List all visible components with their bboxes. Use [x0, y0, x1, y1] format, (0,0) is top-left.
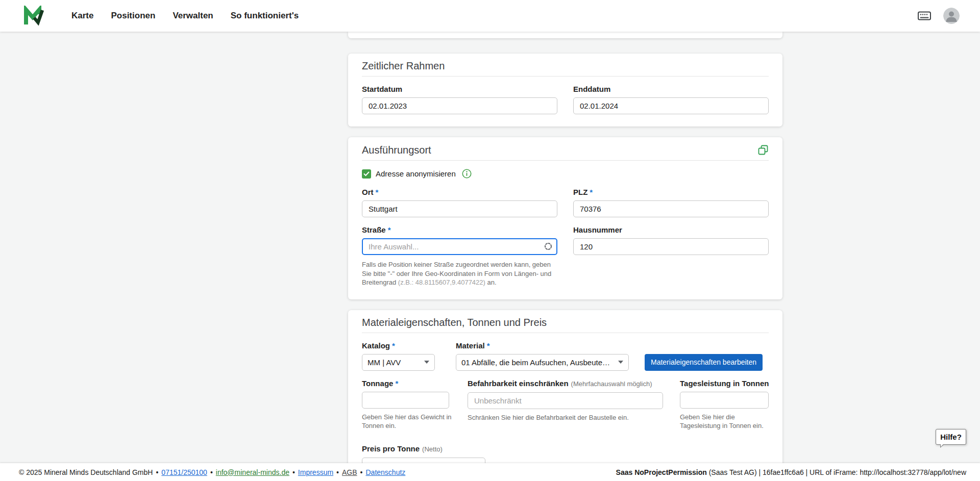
material-label: Material*: [456, 341, 629, 350]
required-marker: *: [392, 341, 395, 350]
adresse-anonymisieren-label: Adresse anonymisieren: [376, 169, 456, 178]
tonnage-helper: Geben Sie hier das Gewicht in Tonnen ein…: [362, 413, 459, 430]
footer: © 2025 Mineral Minds Deutschland GmbH • …: [0, 463, 980, 481]
tonnage-field: Tonnage* Geben Sie hier das Gewicht in T…: [362, 379, 449, 430]
nav-item-positionen[interactable]: Positionen: [111, 11, 155, 21]
plz-input[interactable]: [573, 200, 769, 217]
footer-copyright: © 2025 Mineral Minds Deutschland GmbH: [19, 468, 153, 476]
startdatum-label: Startdatum: [362, 85, 557, 94]
form-column: Zeitlicher Rahmen Startdatum Enddatum: [348, 32, 782, 463]
ort-input[interactable]: [362, 200, 557, 217]
copy-icon[interactable]: [757, 144, 769, 156]
zeitlicher-rahmen-card: Zeitlicher Rahmen Startdatum Enddatum: [348, 54, 782, 126]
katalog-field: Katalog* MM | AVV: [362, 341, 435, 371]
tonnage-input[interactable]: [362, 392, 449, 409]
tagesleistung-helper: Geben Sie hier die Tagesleistung in Tonn…: [680, 413, 777, 430]
footer-separator: •: [210, 468, 213, 476]
card-title-materialeigenschaften: Materialeigenschaften, Tonnen und Preis: [362, 317, 547, 328]
check-icon: [363, 171, 370, 176]
nav-right-actions: [918, 8, 960, 24]
plz-field: PLZ*: [573, 188, 769, 217]
chevron-down-icon: [424, 361, 429, 364]
footer-right: Saas NoProjectPermission (Saas Test AG) …: [616, 468, 966, 476]
adresse-anonymisieren-checkbox[interactable]: [362, 169, 371, 179]
footer-separator: •: [360, 468, 363, 476]
preis-label: Preis pro Tonne(Netto): [362, 444, 769, 454]
startdatum-input[interactable]: [362, 97, 557, 114]
plz-label: PLZ*: [573, 188, 769, 197]
adresse-anonymisieren-row: Adresse anonymisieren: [362, 169, 769, 179]
footer-separator: •: [336, 468, 339, 476]
enddatum-input[interactable]: [573, 97, 769, 114]
footer-separator: •: [156, 468, 158, 476]
card-title-zeitlicher-rahmen: Zeitlicher Rahmen: [362, 61, 445, 71]
katalog-select-value: MM | AVV: [368, 358, 420, 367]
befahrbarkeit-field: Befahrbarkeit einschränken(Mehrfachauswa…: [468, 379, 663, 422]
preis-label-note: (Netto): [422, 445, 443, 453]
hausnummer-field: Hausnummer: [573, 225, 769, 255]
materialeigenschaften-bearbeiten-button[interactable]: Materialeigenschaften bearbeiten: [645, 354, 763, 371]
user-avatar[interactable]: [943, 8, 960, 24]
required-marker: *: [487, 341, 490, 350]
ort-field: Ort*: [362, 188, 557, 217]
footer-datenschutz-link[interactable]: Datenschutz: [365, 468, 405, 476]
hilfe-button[interactable]: Hilfe?: [936, 429, 966, 445]
keyboard-icon[interactable]: [918, 11, 931, 21]
katalog-select[interactable]: MM | AVV: [362, 354, 435, 371]
nav-item-so-funktionierts[interactable]: So funktioniert's: [231, 11, 299, 21]
tagesleistung-field: Tagesleistung in Tonnen Geben Sie hier d…: [680, 379, 769, 430]
tagesleistung-input[interactable]: [680, 392, 769, 409]
befahrbarkeit-label: Befahrbarkeit einschränken(Mehrfachauswa…: [468, 379, 663, 389]
mineral-minds-logo[interactable]: [23, 6, 44, 26]
footer-email-link[interactable]: info@mineral-minds.de: [216, 468, 289, 476]
required-marker: *: [376, 188, 379, 196]
befahrbarkeit-helper: Schränken Sie hier die Befahrbarkeit der…: [468, 413, 663, 422]
startdatum-field: Startdatum: [362, 85, 557, 114]
strasse-label: Straße*: [362, 225, 557, 235]
preis-pro-tonne-input[interactable]: [362, 458, 485, 464]
nav-item-karte[interactable]: Karte: [71, 11, 93, 21]
footer-separator: •: [292, 468, 295, 476]
strasse-input[interactable]: [362, 238, 557, 255]
main-nav: Karte Positionen Verwalten So funktionie…: [71, 11, 299, 21]
ort-label: Ort*: [362, 188, 557, 197]
strasse-hint: Falls die Position keiner Straße zugeord…: [362, 260, 557, 287]
required-marker: *: [395, 379, 398, 388]
strasse-hint-example: (z.B.: 48.8115607,9.4077422): [398, 279, 485, 286]
page-content: Zeitlicher Rahmen Startdatum Enddatum: [0, 32, 980, 463]
required-marker: *: [388, 225, 391, 234]
footer-agb-link[interactable]: AGB: [342, 468, 357, 476]
card-title-ausfuehrungsort: Ausführungsort: [362, 145, 431, 156]
hilfe-bubble-tail: [940, 444, 944, 448]
katalog-label: Katalog*: [362, 341, 435, 350]
footer-impressum-link[interactable]: Impressum: [298, 468, 333, 476]
footer-app-info: (Saas Test AG) | 16fae1ffc6a6 | URL of i…: [707, 468, 966, 476]
hilfe-button-label: Hilfe?: [940, 433, 962, 441]
befahrbarkeit-input[interactable]: [468, 392, 663, 409]
material-select-value: 01 Abfälle, die beim Aufsuchen, Ausbeute…: [461, 358, 614, 367]
strasse-hint-suffix: an.: [485, 279, 497, 286]
required-marker: *: [590, 188, 593, 196]
tonnage-label: Tonnage*: [362, 379, 449, 388]
chevron-down-icon: [618, 361, 623, 364]
top-navbar: Karte Positionen Verwalten So funktionie…: [0, 0, 980, 32]
enddatum-field: Enddatum: [573, 85, 769, 114]
strasse-field: Straße* Falls die Position keiner Straße…: [362, 225, 557, 287]
ausfuehrungsort-card: Ausführungsort Adresse anonymisieren: [348, 137, 782, 299]
tagesleistung-label: Tagesleistung in Tonnen: [680, 379, 769, 388]
footer-left: © 2025 Mineral Minds Deutschland GmbH • …: [19, 468, 405, 476]
footer-app-name: Saas NoProjectPermission: [616, 468, 707, 476]
preis-field: Preis pro Tonne(Netto): [362, 444, 769, 464]
enddatum-label: Enddatum: [573, 85, 769, 94]
nav-item-verwalten[interactable]: Verwalten: [173, 11, 213, 21]
footer-phone-link[interactable]: 07151/250100: [161, 468, 207, 476]
hausnummer-label: Hausnummer: [573, 225, 769, 235]
previous-card-partial: [348, 32, 782, 38]
hausnummer-input[interactable]: [573, 238, 769, 255]
materialeigenschaften-card: Materialeigenschaften, Tonnen und Preis …: [348, 310, 782, 464]
info-icon[interactable]: [462, 169, 472, 179]
befahrbarkeit-label-note: (Mehrfachauswahl möglich): [571, 380, 652, 388]
material-field: Material* 01 Abfälle, die beim Aufsuchen…: [456, 341, 629, 371]
loading-spinner-icon: [544, 242, 552, 250]
material-select[interactable]: 01 Abfälle, die beim Aufsuchen, Ausbeute…: [456, 354, 629, 371]
